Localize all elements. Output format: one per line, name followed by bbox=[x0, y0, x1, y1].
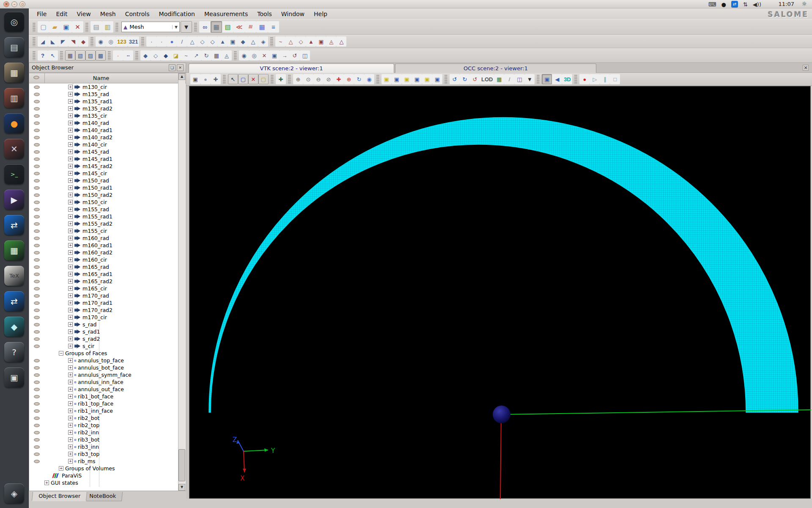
tree-item[interactable]: +m165_rad1 bbox=[29, 271, 178, 278]
eye-icon[interactable] bbox=[34, 157, 40, 161]
eye-icon[interactable] bbox=[34, 345, 40, 348]
expand-icon[interactable]: + bbox=[68, 207, 73, 212]
select-point-icon[interactable]: ↖ bbox=[228, 74, 238, 84]
rotate-view-icon[interactable]: ↻ bbox=[354, 74, 364, 84]
save-study-icon[interactable]: ▣ bbox=[60, 21, 72, 33]
tree-item[interactable]: +m130_cir bbox=[29, 83, 178, 91]
window-maximize-button[interactable]: ▫ bbox=[19, 1, 25, 7]
add-tetrahedron-icon[interactable]: ▲ bbox=[217, 36, 228, 47]
biquadratic-triangle-icon[interactable]: ◬ bbox=[326, 36, 336, 47]
annulus-mesh[interactable] bbox=[209, 118, 798, 413]
menu-view[interactable]: View bbox=[72, 10, 96, 18]
expand-icon[interactable]: + bbox=[68, 315, 73, 320]
reset-view-icon[interactable]: ↺ bbox=[470, 74, 480, 84]
teamviewer-2-icon[interactable]: ⇄ bbox=[4, 291, 24, 311]
expand-icon[interactable]: + bbox=[68, 99, 73, 104]
eye-icon[interactable] bbox=[34, 316, 40, 319]
tree-item[interactable]: +m140_rad2 bbox=[29, 134, 178, 141]
tree-item[interactable]: +m170_rad bbox=[29, 292, 178, 299]
tree-item[interactable]: +annulus_symm_face bbox=[29, 371, 178, 378]
menu-help[interactable]: Help bbox=[309, 10, 332, 18]
mouse-interaction-icon[interactable]: ● bbox=[200, 74, 211, 84]
toolbar-grip[interactable] bbox=[223, 75, 226, 84]
expand-icon[interactable]: + bbox=[68, 380, 73, 384]
toolbar-grip[interactable] bbox=[194, 22, 197, 32]
eye-icon[interactable] bbox=[34, 114, 40, 118]
tree-item[interactable]: +rib2_bot bbox=[29, 414, 178, 422]
tree-item[interactable]: +annulus_out_face bbox=[29, 386, 178, 393]
expand-icon[interactable]: + bbox=[68, 308, 73, 312]
eye-icon[interactable] bbox=[34, 229, 40, 233]
convert-quadratic-icon[interactable]: ◬ bbox=[222, 50, 232, 61]
eye-icon[interactable] bbox=[34, 165, 40, 168]
remote-desktop-icon[interactable]: ▤ bbox=[4, 37, 24, 57]
tree-item[interactable]: +rib1_top_face bbox=[29, 400, 178, 407]
select-area-icon[interactable]: ▢ bbox=[258, 74, 269, 84]
eye-icon[interactable] bbox=[34, 201, 40, 204]
origin-ball[interactable] bbox=[493, 406, 510, 423]
tree-item[interactable]: +m150_rad bbox=[29, 177, 178, 184]
tex-icon[interactable]: TeX bbox=[4, 266, 24, 286]
pattern-mapping-icon[interactable]: ▦ bbox=[211, 50, 222, 61]
window-minimize-button[interactable]: – bbox=[11, 1, 17, 7]
union-of-triangles-icon[interactable]: ◆ bbox=[161, 50, 171, 61]
quadratic-tetrahedron-icon[interactable]: ▲ bbox=[306, 36, 316, 47]
add-quadrangle-icon[interactable]: ◇ bbox=[197, 36, 207, 47]
add-triangle-icon[interactable]: △ bbox=[187, 36, 197, 47]
left-view-icon[interactable]: ▣ bbox=[422, 74, 432, 84]
tree-item[interactable]: +m135_rad1 bbox=[29, 98, 178, 105]
eye-icon[interactable] bbox=[34, 244, 40, 247]
eye-icon[interactable] bbox=[34, 366, 40, 370]
tree-item[interactable]: +s_cir bbox=[29, 342, 178, 350]
expand-icon[interactable]: + bbox=[68, 394, 73, 399]
tree-item[interactable]: +rib3_top bbox=[29, 450, 178, 458]
scroll-up-button[interactable]: ▲ bbox=[178, 73, 185, 80]
archive-drawer-icon[interactable]: ▥ bbox=[4, 88, 24, 108]
tree-item[interactable]: +GUI states bbox=[29, 479, 178, 486]
salome-launcher-icon[interactable]: ◎ bbox=[4, 12, 24, 32]
eye-icon[interactable] bbox=[34, 86, 40, 89]
expand-icon[interactable]: + bbox=[68, 365, 73, 370]
eye-icon[interactable] bbox=[34, 136, 40, 139]
eye-icon[interactable] bbox=[34, 258, 40, 262]
tab-vtk-viewer[interactable]: VTK scene:2 - viewer:1 bbox=[189, 64, 394, 73]
precompute-mesh-icon[interactable]: ▧ bbox=[75, 50, 85, 61]
mesh-scale-icon[interactable]: ◆ bbox=[78, 36, 88, 47]
update-mesh-icon[interactable]: ◤ bbox=[58, 36, 68, 47]
views-dropdown-icon[interactable]: ▼ bbox=[524, 74, 535, 84]
add-polygon-icon[interactable]: ◇ bbox=[207, 36, 217, 47]
close-study-icon[interactable]: ✕ bbox=[72, 21, 83, 33]
transform-symmetry-icon[interactable]: ◫ bbox=[300, 50, 310, 61]
eye-icon[interactable] bbox=[34, 438, 40, 442]
tree-item[interactable]: +m160_cir bbox=[29, 256, 178, 263]
expand-icon[interactable]: + bbox=[68, 452, 73, 456]
expand-icon[interactable]: + bbox=[68, 279, 73, 284]
quadratic-hexahedron-icon[interactable]: ▣ bbox=[316, 36, 326, 47]
anaglyph-3d-icon[interactable]: 3D bbox=[562, 74, 572, 84]
eye-icon[interactable] bbox=[34, 330, 40, 334]
tree-header[interactable]: Name bbox=[29, 73, 186, 83]
expand-icon[interactable]: + bbox=[68, 344, 73, 348]
add-0d-element-icon[interactable]: ∙ bbox=[156, 36, 167, 47]
mesh-module-button[interactable]: ▦ bbox=[211, 21, 222, 33]
tree-item[interactable]: +rib1_bot_face bbox=[29, 393, 178, 400]
eye-icon[interactable] bbox=[34, 294, 40, 298]
cutting-of-quadrangles-icon[interactable]: ◪ bbox=[171, 50, 181, 61]
help-icon[interactable]: ? bbox=[4, 342, 24, 362]
expand-icon[interactable]: + bbox=[68, 387, 73, 392]
tree-item[interactable]: +m155_cir bbox=[29, 227, 178, 235]
eye-icon[interactable] bbox=[34, 208, 40, 211]
scaling-icon[interactable]: ◫ bbox=[514, 74, 524, 84]
tree-item[interactable]: +m165_rad bbox=[29, 263, 178, 271]
eye-icon[interactable] bbox=[34, 186, 40, 190]
expand-icon[interactable]: + bbox=[68, 329, 73, 334]
merge-nodes-icon[interactable]: ◉ bbox=[239, 50, 249, 61]
volume-icon[interactable]: ◀)) bbox=[753, 1, 761, 8]
menu-mesh[interactable]: Mesh bbox=[96, 10, 121, 18]
expand-icon[interactable]: + bbox=[68, 92, 73, 97]
eye-icon[interactable] bbox=[34, 251, 40, 254]
compute-mesh-icon[interactable]: ▦ bbox=[65, 50, 75, 61]
duplicate-nodes-icon[interactable]: ▣ bbox=[269, 50, 280, 61]
tree-item[interactable]: +s_rad bbox=[29, 321, 178, 328]
expand-icon[interactable]: + bbox=[68, 85, 73, 89]
